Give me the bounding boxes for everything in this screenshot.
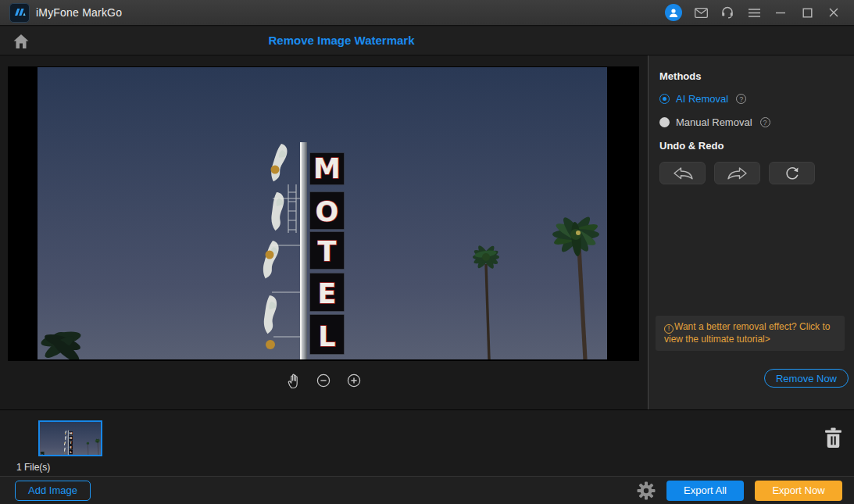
undo-redo-toolbar [659,162,854,184]
methods-heading: Methods [659,70,854,82]
file-count-label: 1 File(s) [16,462,50,473]
method-label: Manual Removal [676,116,752,128]
menu-icon[interactable] [746,5,762,20]
maximize-icon[interactable] [799,5,815,20]
radio-unselected-icon[interactable] [659,117,670,127]
undo-icon [672,166,694,181]
titlebar: iMyFone MarkGo [0,0,854,26]
app-window: iMyFone MarkGo [0,0,854,504]
zoom-out-icon[interactable] [315,372,332,389]
help-icon[interactable]: ? [760,117,770,127]
alert-icon: ! [664,324,674,334]
hand-icon[interactable] [284,372,302,389]
method-option-ai-removal[interactable]: AI Removal ? [659,93,854,105]
export-all-button[interactable]: Export All [666,481,744,501]
minimize-icon[interactable] [773,5,788,20]
image-canvas[interactable] [8,66,639,361]
account-avatar-icon[interactable] [665,4,682,21]
file-strip: 1 File(s) [0,409,854,476]
app-title: iMyFone MarkGo [36,6,122,19]
close-icon[interactable] [826,5,841,20]
method-label: AI Removal [676,93,728,105]
zoom-in-icon[interactable] [345,372,363,389]
preview-photo[interactable] [38,67,607,359]
home-icon[interactable] [12,32,30,51]
headset-icon[interactable] [720,5,735,20]
redo-icon [727,166,749,181]
mail-icon[interactable] [693,5,709,20]
undo-redo-heading: Undo & Redo [659,140,854,152]
tutorial-tip[interactable]: !Want a better removal effect? Click to … [656,316,845,351]
help-icon[interactable]: ? [736,94,746,104]
gear-icon[interactable] [637,481,656,500]
canvas-area [0,55,649,409]
side-panel: Methods AI Removal ? Manual Removal ? Un… [649,55,854,409]
remove-now-button[interactable]: Remove Now [764,369,849,388]
header-bar: Remove Image Watermark [0,27,854,55]
app-logo-icon [9,3,30,23]
add-image-button[interactable]: Add Image [15,481,91,501]
tip-text: Want a better removal effect? Click to v… [664,321,830,345]
page-title: Remove Image Watermark [268,34,414,47]
method-option-manual-removal[interactable]: Manual Removal ? [659,116,854,128]
canvas-toolbar [8,372,639,389]
radio-selected-icon[interactable] [659,94,670,104]
trash-icon[interactable] [824,427,843,449]
file-thumbnail[interactable] [38,420,102,456]
bottom-bar: Add Image [0,476,854,504]
export-now-button[interactable]: Export Now [755,481,842,501]
undo-button[interactable] [659,162,706,184]
redo-button[interactable] [714,162,760,184]
refresh-icon [784,166,800,181]
refresh-button[interactable] [769,162,815,184]
